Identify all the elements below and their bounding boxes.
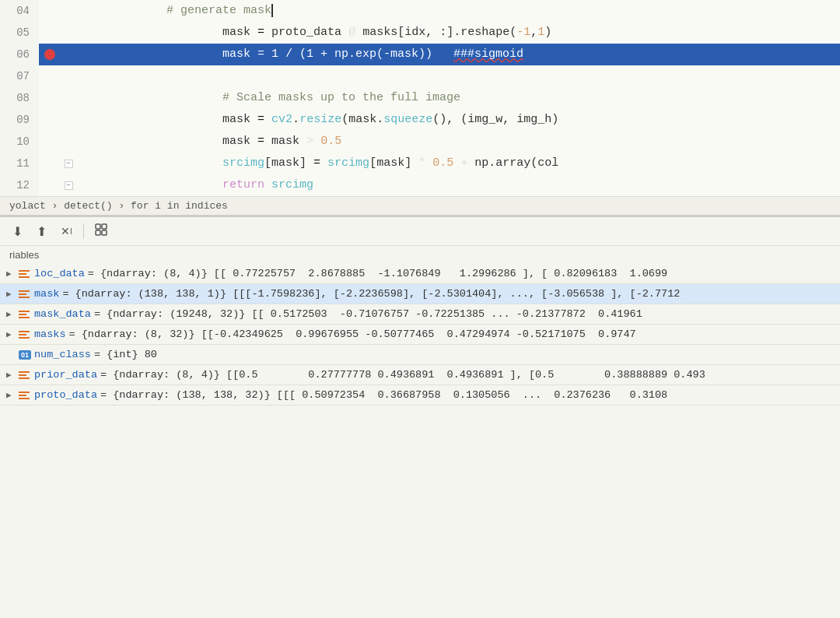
svg-rect-1: [102, 224, 107, 229]
cursor: [271, 4, 273, 17]
ndarray-icon-proto-data: [19, 390, 30, 401]
expand-icon-mask[interactable]: ▶: [6, 289, 19, 299]
fold-col-05: [61, 22, 76, 44]
line-number-10: 10: [0, 131, 39, 153]
ndarray-icon: [19, 269, 30, 279]
type-icon-loc-data: [19, 269, 34, 279]
var-value-num-class: = {int} 80: [94, 349, 157, 360]
variable-row-prior-data[interactable]: ▶ prior_data = {ndarray: (8, 4)} [[0.5 0…: [0, 365, 840, 385]
var-value-loc-data: = {ndarray: (8, 4)} [[ 0.77225757 2.8678…: [88, 268, 667, 279]
fold-col-12: −: [61, 174, 76, 196]
int-badge: 01: [19, 350, 31, 360]
debug-panel: ⬇ ⬆ ✕I riables ▶: [0, 217, 840, 618]
breakpoint-indicator: [44, 49, 55, 60]
code-line-09: 09 mask = cv2.resize(mask.squeeze(), (im…: [0, 109, 840, 131]
line-number-11: 11: [0, 153, 39, 174]
type-icon-mask-data: [19, 309, 34, 320]
type-icon-num-class: 01: [19, 350, 34, 360]
type-icon-mask: [19, 289, 34, 300]
code-content-06: mask = 1 / (1 + np.exp(-mask)) ###sigmoi…: [76, 44, 840, 65]
line-number-04: 04: [0, 0, 39, 22]
code-editor: 04 # generate mask 05 mask = proto_data …: [0, 0, 840, 217]
variable-row-mask[interactable]: ▶ mask = {ndarray: (138, 138, 1)} [[[-1.…: [0, 284, 840, 304]
breakpoint-col-07: [39, 65, 61, 87]
code-content-08: # Scale masks up to the full image: [76, 87, 840, 109]
var-value-mask: = {ndarray: (138, 138, 1)} [[[-1.7598236…: [62, 288, 680, 300]
fold-col-11: −: [61, 153, 76, 174]
breakpoint-col-12: [39, 174, 61, 196]
code-line-06: 06 mask = 1 / (1 + np.exp(-mask)) ###sig…: [0, 44, 840, 65]
var-name-mask: mask: [34, 288, 59, 300]
variable-row-proto-data[interactable]: ▶ proto_data = {ndarray: (138, 138, 32)}…: [0, 385, 840, 406]
svg-rect-3: [102, 230, 107, 235]
expand-icon-proto-data[interactable]: ▶: [6, 390, 19, 400]
var-name-mask-data: mask_data: [34, 308, 91, 320]
code-line-04: 04 # generate mask: [0, 0, 840, 22]
code-content-05: mask = proto_data @ masks[idx, :].reshap…: [76, 22, 840, 44]
variable-row-num-class[interactable]: ▶ 01 num_class = {int} 80: [0, 345, 840, 365]
expand-icon-prior-data[interactable]: ▶: [6, 370, 19, 380]
code-content-10: mask = mask > 0.5: [76, 131, 840, 153]
fold-col-07: [61, 65, 76, 87]
code-content-12: return srcimg: [76, 174, 840, 196]
fold-icon-12[interactable]: −: [65, 181, 73, 190]
squiggly-hash-comment: ###sigmoid: [453, 47, 523, 61]
line-number-05: 05: [0, 22, 39, 44]
toolbar-divider: [83, 223, 84, 239]
fold-col-09: [61, 109, 76, 131]
code-line-12: 12 − return srcimg: [0, 174, 840, 196]
type-icon-masks: [19, 329, 34, 340]
breadcrumb: yolact › detect() › for i in indices: [0, 196, 840, 216]
grid-icon: [95, 223, 107, 239]
fold-col-06: [61, 44, 76, 65]
ndarray-icon-mask: [19, 289, 30, 300]
line-number-06: 06: [0, 44, 39, 65]
line-number-09: 09: [0, 109, 39, 131]
line-number-08: 08: [0, 87, 39, 109]
var-name-num-class: num_class: [34, 349, 91, 360]
download-button[interactable]: ⬇: [9, 223, 26, 241]
clear-variables-button[interactable]: ✕I: [58, 223, 75, 239]
code-content-09: mask = cv2.resize(mask.squeeze(), (img_w…: [76, 109, 840, 131]
fold-icon-11[interactable]: −: [65, 160, 73, 168]
expand-icon-masks[interactable]: ▶: [6, 329, 19, 339]
variable-row-masks[interactable]: ▶ masks = {ndarray: (8, 32)} [[-0.423496…: [0, 325, 840, 345]
variables-header: riables: [0, 246, 840, 264]
expand-icon-mask-data[interactable]: ▶: [6, 309, 19, 319]
code-lines: 04 # generate mask 05 mask = proto_data …: [0, 0, 840, 196]
variables-table[interactable]: ▶ loc_data = {ndarray: (8, 4)} [[ 0.7722…: [0, 264, 840, 618]
type-icon-prior-data: [19, 370, 34, 381]
var-value-masks: = {ndarray: (8, 32)} [[-0.42349625 0.996…: [69, 328, 636, 340]
grid-view-button[interactable]: [92, 222, 110, 241]
line-number-12: 12: [0, 174, 39, 196]
fold-col-08: [61, 87, 76, 109]
svg-rect-0: [96, 224, 100, 229]
breakpoint-col-05: [39, 22, 61, 44]
code-content-11: srcimg[mask] = srcimg[mask] * 0.5 + np.a…: [76, 153, 840, 174]
breadcrumb-text: yolact › detect() › for i in indices: [9, 200, 228, 212]
code-line-08: 08 # Scale masks up to the full image: [0, 87, 840, 109]
breakpoint-col-04: [39, 0, 61, 22]
fold-col-04: [61, 0, 76, 22]
code-content-07: [76, 65, 840, 87]
upload-button[interactable]: ⬆: [33, 223, 50, 241]
variables-label: riables: [9, 249, 39, 261]
expand-icon-loc-data[interactable]: ▶: [6, 269, 19, 279]
clear-icon: ✕: [61, 225, 70, 237]
code-line-05: 05 mask = proto_data @ masks[idx, :].res…: [0, 22, 840, 44]
var-value-proto-data: = {ndarray: (138, 138, 32)} [[[ 0.509723…: [100, 389, 667, 401]
breakpoint-col-06: [39, 44, 61, 65]
breakpoint-col-08: [39, 87, 61, 109]
code-content-04: # generate mask: [76, 0, 840, 22]
var-name-loc-data: loc_data: [34, 268, 85, 279]
comment-text: # generate mask: [166, 4, 271, 17]
var-value-prior-data: = {ndarray: (8, 4)} [[0.5 0.27777778 0.4…: [100, 369, 705, 381]
variable-row-mask-data[interactable]: ▶ mask_data = {ndarray: (19248, 32)} [[ …: [0, 304, 840, 325]
variable-row-loc-data[interactable]: ▶ loc_data = {ndarray: (8, 4)} [[ 0.7722…: [0, 264, 840, 284]
ndarray-icon-masks: [19, 329, 30, 340]
svg-rect-2: [96, 230, 100, 235]
breakpoint-col-11: [39, 153, 61, 174]
code-line-07: 07: [0, 65, 840, 87]
var-name-prior-data: prior_data: [34, 369, 97, 381]
type-icon-proto-data: [19, 390, 34, 401]
